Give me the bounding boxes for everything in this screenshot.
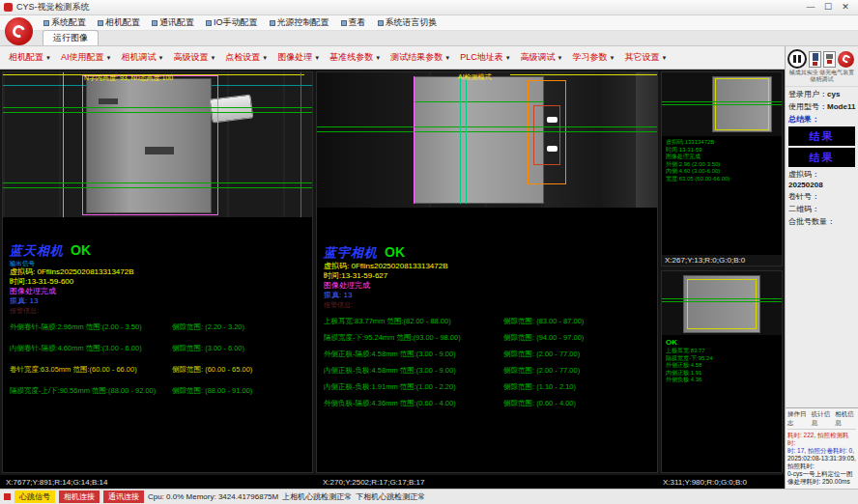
overlay-line [317,131,657,132]
window-title: CYS-视觉检测系统 [16,1,802,14]
overlay-line [662,104,782,105]
measurement-range: 侧隙范围: (88.00 - 91.00) [172,386,305,396]
thumbnail1-panel: 虚拟码:13313472B 时间:13-31-59 图像处理完成 外侧:2.96… [661,71,783,266]
camera-tool-button-2[interactable] [823,51,836,68]
measurement-value: 外侧正极-隔膜:4.58mm 范围:(3.00 - 9.00) [324,350,503,359]
tool-learning-params[interactable]: 学习参数▼ [568,51,620,64]
minimize-button[interactable]: — [802,1,819,14]
login-user-row: 登录用户：cys [786,87,858,99]
menu-item-light-control[interactable]: 光源控制配置 [265,16,334,29]
needle-number-label: 卷针号： [786,189,858,202]
camera-tool-button-1[interactable] [809,51,821,68]
overlay-roi-box [82,75,218,215]
result-box-2: 结果 [788,148,855,167]
maximize-button[interactable]: ☐ [819,1,837,14]
tool-glyph [813,62,817,66]
camera1-image[interactable]: N字内高度: 93, N0态高度:100 [3,72,312,217]
tool-advanced-settings[interactable]: 高级设置▼ [168,51,220,64]
overlay-roi-box [533,105,560,165]
upper-camera-heartbeat-status: 上相机心跳检测正常 [282,491,352,502]
tool-label: 测试结果参数 [390,51,443,64]
camera2-title: 蓝宇相机 [324,244,378,262]
measurement-range: 侧隙范围: (94.00 - 97.00) [503,333,650,343]
chevron-down-icon: ▼ [505,55,511,61]
thumbnail-text: 上极耳宽:83.77 [666,348,778,355]
measurement-row: 外侧卷针-隔膜:2.96mm 范围:(2.00 - 3.50)侧隙范围: (2.… [10,322,305,332]
measurement-value: 隔膜宽度-下:95.24mm 范围:(93.00 - 98.00) [324,333,503,343]
thumbnail-text: 时间:13-31-59 [666,147,778,154]
camera1-coordinates: X:7677;Y:891;R:14;G:14;B:14 [0,478,319,487]
camera1-barcode: 虚拟码: 0Fflins2025020813313472B [10,267,305,277]
tool-label: AI使用配置 [61,51,104,64]
tab-run-image[interactable]: 运行图像 [43,30,99,45]
stats-line: 耗时: 222, 拍照检测耗时: [787,432,856,447]
tool-test-result-params[interactable]: 测试结果参数▼ [386,51,455,64]
overlay-line [317,126,657,127]
thumbnail2-panel: OK 上极耳宽:83.77 隔膜宽度-下:95.24 外侧正极:4.58 内侧正… [661,270,783,473]
tool-glyph [813,53,818,61]
tool-camera-config[interactable]: 相机配置▼ [4,51,56,64]
tool-spot-check[interactable]: 点检设置▼ [220,51,272,64]
workpiece [414,76,544,204]
batch-count-label: 合批号数量： [786,214,858,227]
tool-label: 相机调试 [121,51,156,64]
menu-item-io-manual[interactable]: IO手动配置 [201,16,263,29]
camera2-coordinates: X:270;Y:2502;R:17;G:17;B:17 [319,478,659,487]
menu-item-label: 系统语言切换 [386,16,438,29]
thumbnail2-image[interactable] [662,271,782,335]
stats-line: 0-cys一号上料定位一图像处理耗时: 250.00ms [787,470,856,486]
menu-icon [270,20,275,26]
camera1-result-badge: OK [71,242,91,258]
thumbnail-text: 隔膜宽度-下:95.24 [666,355,778,363]
overlay-line [3,112,312,113]
tool-label: 学习参数 [573,51,608,64]
camera2-image[interactable]: AI检测模式 [317,72,657,208]
menu-icon [341,20,347,26]
result-box-1: 结果 [788,126,855,146]
barcode-value: 20250208 [786,180,858,189]
overlay-line [662,298,782,299]
menu-item-view[interactable]: 查看 [336,16,371,29]
measurement-row: 外侧正极-隔膜:4.58mm 范围:(3.00 - 9.00)侧隙范围: (2.… [324,350,650,359]
sidebar: 械成其实业 做亮电气装置 做精调试 登录用户：cys 使用型号：Mode11 总… [785,46,858,489]
menu-item-system-config[interactable]: 系统配置 [39,16,91,29]
stats-tab-log[interactable]: 操作日志 [787,410,809,428]
tool-other-settings[interactable]: 其它设置▼ [620,51,672,64]
overlay-line [510,74,657,75]
tool-ai-config[interactable]: AI使用配置▼ [56,51,116,64]
tab-row: 运行图像 [0,31,858,46]
menu-item-language[interactable]: 系统语言切换 [373,16,443,29]
camera1-title: 蓝天相机 [10,242,64,260]
tool-advanced-debug[interactable]: 高级调试▼ [516,51,568,64]
camera2-overlay-label: AI检测模式 [458,72,492,82]
cpu-memory-status: Cpu: 0.0% Memory: 3424.41796875M [148,492,278,501]
model-row[interactable]: 使用型号：Mode11 [786,99,858,112]
stats-tab-statistics[interactable]: 统计信息 [812,410,833,428]
menu-item-camera-config[interactable]: 相机配置 [93,16,145,29]
overlay-line [3,182,312,183]
menu-item-comm-config[interactable]: 通讯配置 [147,16,199,29]
menu-icon [152,20,157,26]
main-view: N字内高度: 93, N0态高度:100 蓝天相机 OK 输出信号 虚拟码: 0… [0,70,785,475]
heartbeat-status: 心跳信号 [14,490,55,503]
stats-tab-camera-info[interactable]: 相机信息 [835,410,856,428]
tool-baseline-params[interactable]: 基准线参数▼ [325,51,386,64]
chevron-down-icon: ▼ [45,55,51,61]
pause-button[interactable] [787,49,807,69]
thumbnail-text: 外侧负极:4.36 [666,377,778,384]
camera2-status: 图像处理完成 [324,281,650,291]
overlay-roi-box [687,279,757,329]
camera2-panel: AI检测模式 蓝宇相机 OK 虚拟码: 0Fflins2025020813313… [316,71,658,473]
tool-camera-debug[interactable]: 相机调试▼ [116,51,168,64]
thumbnail1-image[interactable] [662,72,782,136]
menu-icon [206,20,212,26]
close-button[interactable]: ✕ [837,1,854,14]
model-value: Mode11 [827,102,855,111]
login-user-value: cys [827,90,840,98]
camera2-time: 时间:13-31-59-627 [324,271,650,281]
qr-code-label: 二维码： [786,202,858,214]
tool-plc-address[interactable]: PLC地址表▼ [455,51,515,64]
tool-image-process[interactable]: 图像处理▼ [272,51,325,64]
camera1-status: 图像处理完成 [10,287,305,296]
tool-label: 高级调试 [521,51,556,64]
